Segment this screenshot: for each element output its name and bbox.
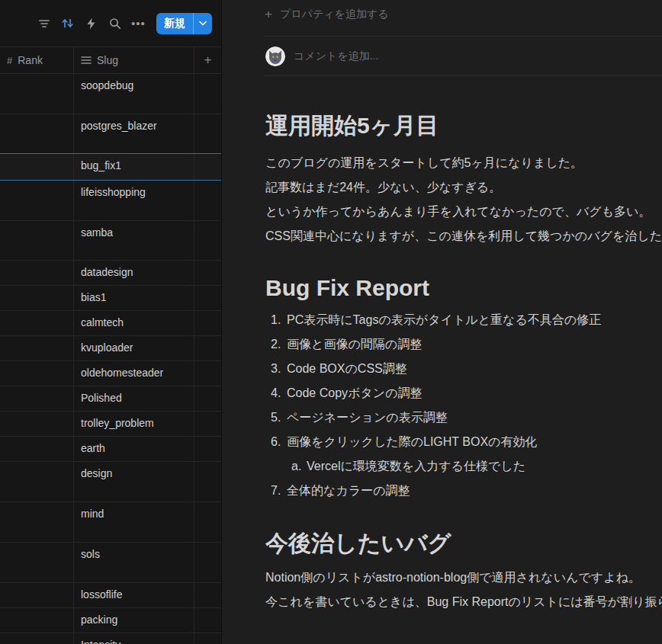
list-item[interactable]: 6.画像をクリックした際のLIGHT BOXの有効化 — [265, 430, 662, 454]
paragraph-block[interactable]: というか作ってからあんまり手を入れてなかったので、バグも多い。 — [265, 200, 662, 224]
slug-cell[interactable]: calmtech — [74, 311, 194, 335]
chevron-down-icon[interactable] — [194, 13, 212, 34]
table-row[interactable]: soopdebug — [0, 74, 221, 114]
row-extra-cell — [194, 361, 221, 386]
rank-cell[interactable] — [0, 412, 74, 436]
rank-cell[interactable] — [0, 386, 74, 411]
heading-block[interactable]: 運用開始5ヶ月目 — [265, 111, 662, 140]
rank-cell[interactable] — [0, 608, 74, 633]
rank-cell[interactable] — [0, 286, 74, 310]
rank-cell[interactable] — [0, 502, 74, 542]
heading-block[interactable]: 今後治したいバグ — [265, 528, 662, 558]
slug-cell[interactable]: earth — [74, 437, 194, 461]
slug-cell[interactable]: oldehomesteader — [74, 361, 194, 386]
new-button-label[interactable]: 新規 — [156, 13, 193, 34]
table-row[interactable]: calmtech — [0, 311, 221, 336]
row-extra-cell — [194, 336, 221, 360]
slug-cell[interactable]: lossoflife — [74, 583, 194, 607]
list-item-text: 画像と画像の間隔の調整 — [287, 332, 422, 357]
rank-cell[interactable] — [0, 336, 74, 360]
table-row[interactable]: oldehomesteader — [0, 361, 221, 386]
table-row[interactable]: packing — [0, 608, 221, 633]
rank-cell[interactable] — [0, 462, 74, 501]
add-property-button[interactable]: + プロパティを追加する — [222, 0, 662, 36]
row-extra-cell — [194, 74, 221, 114]
column-label: Slug — [97, 54, 118, 66]
rank-cell[interactable] — [0, 437, 74, 461]
slug-cell[interactable]: sols — [74, 543, 194, 582]
table-row[interactable]: datadesign — [0, 261, 221, 286]
list-item[interactable]: 7.全体的なカラーの調整 — [265, 479, 662, 503]
table-row[interactable]: kvuploader — [0, 336, 221, 361]
list-item[interactable]: 4.Code Copyボタンの調整 — [265, 381, 662, 405]
rank-cell[interactable] — [0, 221, 74, 260]
slug-cell[interactable]: Intensity — [74, 633, 194, 644]
sort-icon[interactable] — [57, 13, 78, 34]
rank-cell[interactable] — [0, 154, 74, 180]
paragraph-block[interactable]: 今これを書いているときは、Bug Fix Reportのリストには番号が割り振ら — [265, 590, 662, 614]
rank-cell[interactable] — [0, 543, 74, 582]
paragraph-block[interactable]: 記事数はまだ24件。少ない、少なすぎる。 — [265, 175, 662, 200]
rank-cell[interactable] — [0, 261, 74, 285]
list-item[interactable]: 3.Code BOXのCSS調整 — [265, 357, 662, 381]
heading-block[interactable]: Bug Fix Report — [265, 273, 662, 303]
slug-cell[interactable]: bias1 — [74, 286, 194, 310]
rank-cell[interactable] — [0, 74, 74, 114]
slug-cell[interactable]: Polished — [74, 386, 194, 411]
table-row[interactable]: postgres_blazer — [0, 114, 221, 154]
column-header-slug[interactable]: Slug — [74, 47, 194, 73]
column-label: Rank — [18, 54, 43, 66]
table-row[interactable]: lifeisshopping — [0, 181, 221, 221]
list-item[interactable]: 5.ページネーションの表示調整 — [265, 405, 662, 430]
table-row[interactable]: mind — [0, 502, 221, 543]
list-marker: 3. — [271, 357, 287, 381]
page-content: 運用開始5ヶ月目 このブログの運用をスタートして約5ヶ月になりました。 記事数は… — [222, 111, 662, 614]
table-row[interactable]: bias1 — [0, 286, 221, 311]
slug-cell[interactable]: trolley_problem — [74, 412, 194, 436]
rank-cell[interactable] — [0, 633, 74, 644]
slug-cell[interactable]: bug_fix1 — [74, 154, 194, 180]
row-extra-cell — [194, 261, 221, 285]
table-row[interactable]: Intensity — [0, 633, 221, 644]
more-options-icon[interactable]: ••• — [128, 13, 149, 34]
rank-cell[interactable] — [0, 114, 74, 153]
table-row[interactable]: sols — [0, 543, 221, 583]
rank-cell[interactable] — [0, 361, 74, 386]
rank-cell[interactable] — [0, 181, 74, 220]
slug-cell[interactable]: lifeisshopping — [74, 181, 194, 220]
comment-input[interactable]: コメントを追加... — [294, 50, 378, 63]
filter-icon[interactable] — [34, 13, 54, 34]
new-button[interactable]: 新規 — [156, 13, 212, 34]
list-item-text: 全体的なカラーの調整 — [287, 479, 410, 503]
list-item-text: ページネーションの表示調整 — [287, 405, 448, 430]
slug-cell[interactable]: kvuploader — [74, 336, 194, 360]
table-row[interactable]: lossoflife — [0, 583, 221, 608]
slug-cell[interactable]: datadesign — [74, 261, 194, 285]
row-extra-cell — [194, 286, 221, 310]
list-item-nested[interactable]: a.Vercelに環境変数を入力する仕様でした — [265, 454, 662, 479]
slug-cell[interactable]: packing — [74, 608, 194, 633]
automation-icon[interactable] — [81, 13, 101, 34]
table-row-selected[interactable]: bug_fix1 — [0, 153, 221, 181]
table-row[interactable]: design — [0, 462, 221, 502]
rank-cell[interactable] — [0, 583, 74, 607]
slug-cell[interactable]: samba — [74, 221, 194, 260]
rank-cell[interactable] — [0, 311, 74, 335]
paragraph-block[interactable]: CSS関連中心になりますが、この連休を利用して幾つかのバグを治したの — [265, 224, 662, 248]
add-column-button[interactable]: + — [194, 47, 221, 73]
slug-cell[interactable]: design — [74, 462, 194, 501]
slug-cell[interactable]: mind — [74, 502, 194, 542]
paragraph-block[interactable]: Notion側のリストがastro-notion-blog側で適用されないんです… — [265, 566, 662, 590]
list-item[interactable]: 2.画像と画像の間隔の調整 — [265, 332, 662, 357]
list-item[interactable]: 1.PC表示時にTagsの表示がタイトルと重なる不具合の修正 — [265, 308, 662, 332]
slug-cell[interactable]: soopdebug — [74, 74, 194, 114]
table-row[interactable]: earth — [0, 437, 221, 462]
table-row[interactable]: samba — [0, 221, 221, 261]
table-row[interactable]: trolley_problem — [0, 412, 221, 437]
list-marker: 5. — [271, 405, 287, 430]
search-icon[interactable] — [104, 13, 125, 34]
slug-cell[interactable]: postgres_blazer — [74, 114, 194, 153]
table-row[interactable]: Polished — [0, 386, 221, 412]
paragraph-block[interactable]: このブログの運用をスタートして約5ヶ月になりました。 — [265, 151, 662, 175]
column-header-rank[interactable]: # Rank — [0, 47, 74, 73]
